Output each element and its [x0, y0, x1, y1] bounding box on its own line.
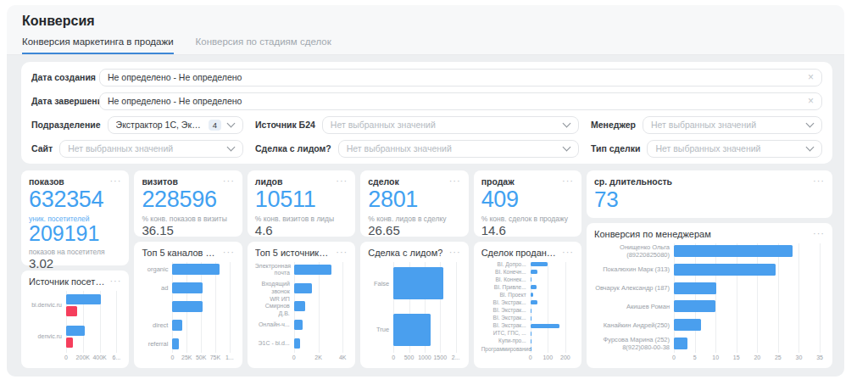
- bar-segment[interactable]: [66, 294, 101, 304]
- column-sales: продаж ··· 409 % конв. сделок в продажу …: [474, 170, 581, 368]
- clear-icon[interactable]: ×: [808, 96, 814, 106]
- bar-segment[interactable]: [294, 320, 303, 330]
- category-label: BI. Проект: [481, 292, 531, 299]
- card-menu-icon[interactable]: ···: [109, 176, 121, 186]
- deal-type-select[interactable]: Нет выбранных значений: [647, 140, 822, 158]
- bar-segment[interactable]: [294, 301, 305, 311]
- chart-row: Фурсова Марина (252) 8(922)080-00-38: [594, 334, 820, 353]
- bar-segment[interactable]: [674, 245, 793, 257]
- bar-segment[interactable]: [172, 264, 219, 275]
- category-label: Канайкин Андрей(250): [594, 321, 674, 329]
- gridline: [342, 262, 343, 353]
- bar-segment[interactable]: [66, 326, 85, 336]
- clear-icon[interactable]: ×: [808, 72, 814, 82]
- bar-segment[interactable]: [531, 262, 548, 266]
- chart-row: Программирование: [481, 345, 569, 353]
- kpi-deals-conv-label: % конв. лидов в сделку: [368, 215, 460, 223]
- bar-segment[interactable]: [172, 282, 203, 293]
- division-value: Экстрактор 1С, Экстрактор 1С - внедрение…: [116, 120, 203, 130]
- card-menu-icon[interactable]: ···: [223, 248, 235, 257]
- date-completed-label: Дата завершения: [31, 96, 91, 106]
- kpi-impr-per-visitor-label: показов на посетителя: [29, 248, 121, 256]
- bar-segment[interactable]: [172, 320, 181, 331]
- category-label: Покалюхин Марк (313): [594, 265, 674, 273]
- category-label: BI. Коннек...: [481, 276, 531, 283]
- axis-tick-label: 0: [392, 354, 395, 360]
- deal-type-label: Тип сделки: [591, 143, 640, 153]
- chevron-down-icon: [227, 120, 236, 128]
- chart-plot-area: BI. Допро...BI. Конечн...BI. Коннек...BI…: [481, 260, 574, 353]
- bar-segment[interactable]: [531, 293, 533, 297]
- chart-card-visitor-source: Источник посетителей ··· bi.denvic.ruden…: [21, 271, 129, 368]
- top5-lead-sources-chart: Электронная почтаВходящий звонокWR ИП См…: [255, 260, 348, 362]
- chart-row: BI. Экстрак...: [481, 299, 569, 306]
- axis-tick-label: 4K: [339, 354, 347, 360]
- top5-visit-channels-chart: organicaddirectreferral025K50K75K1...: [142, 260, 234, 362]
- deal-with-lead-select[interactable]: Нет выбранных значений: [338, 140, 579, 158]
- bar-segment[interactable]: [674, 300, 715, 312]
- manager-select[interactable]: Нет выбранных значений: [643, 116, 822, 134]
- axis-tick-label: 0: [529, 354, 532, 360]
- card-menu-icon[interactable]: ···: [449, 176, 461, 186]
- tab-marketing-conversion[interactable]: Конверсия маркетинга в продажи: [22, 36, 174, 54]
- bar-segment[interactable]: [531, 300, 537, 304]
- bar-segment[interactable]: [674, 264, 776, 276]
- bar-group: [66, 326, 116, 348]
- card-menu-icon[interactable]: ···: [449, 248, 461, 257]
- bar-segment[interactable]: [172, 301, 203, 312]
- bar-segment[interactable]: [531, 285, 537, 289]
- kpi-card-visits: визитов ··· 228596 % конв. показов в виз…: [134, 170, 242, 237]
- kpi-visits-value: 228596: [142, 188, 234, 211]
- chart-row: direct: [142, 315, 229, 334]
- bar-segment[interactable]: [393, 314, 431, 346]
- bar-segment[interactable]: [294, 265, 331, 275]
- axis-tick-label: 2K: [314, 354, 322, 360]
- bar-segment[interactable]: [66, 306, 77, 316]
- date-created-input[interactable]: Не определено - Не определено ×: [99, 69, 822, 86]
- card-menu-icon[interactable]: ···: [813, 229, 825, 238]
- kpi-visits-label: визитов: [142, 176, 177, 187]
- bar-segment[interactable]: [294, 338, 300, 349]
- chart-row: ИТС, ГПС, ...: [481, 330, 569, 338]
- bar-group: [531, 309, 569, 313]
- main-area: Дата создания Не определено - Не определ…: [7, 55, 844, 377]
- card-menu-icon[interactable]: ···: [813, 176, 825, 186]
- category-label: Акишев Роман: [594, 303, 674, 310]
- source-b24-label: Источник Б24: [255, 120, 315, 130]
- gridline: [230, 262, 231, 353]
- chart-row: Акишев Роман: [594, 297, 820, 315]
- axis-tick-label: 1...: [225, 354, 234, 360]
- bar-segment[interactable]: [674, 282, 716, 294]
- bar-segment[interactable]: [531, 270, 537, 274]
- chevron-down-icon: [563, 120, 571, 128]
- card-menu-icon[interactable]: ···: [109, 276, 121, 286]
- site-select[interactable]: Нет выбранных значений: [59, 140, 243, 158]
- card-menu-icon[interactable]: ···: [223, 176, 235, 186]
- bar-segment[interactable]: [172, 338, 179, 349]
- source-b24-select[interactable]: Нет выбранных значений: [322, 116, 579, 134]
- bar-segment[interactable]: [294, 283, 313, 293]
- chart-row: BI. Экстрак...: [481, 322, 569, 330]
- card-menu-icon[interactable]: ···: [562, 176, 574, 186]
- bar-group: [531, 293, 569, 297]
- card-menu-icon[interactable]: ···: [336, 248, 348, 257]
- bar-segment[interactable]: [531, 309, 531, 313]
- site-label: Сайт: [31, 143, 53, 153]
- axis-tick-label: 20: [754, 354, 760, 360]
- date-completed-input[interactable]: Не определено - Не определено ×: [99, 92, 822, 110]
- bar-segment[interactable]: [674, 338, 687, 349]
- page-header: Конверсия Конверсия маркетинга в продажи…: [7, 5, 844, 55]
- chart-row: Э1С - bi.d...: [255, 334, 342, 353]
- bar-group: [531, 324, 569, 328]
- kpi-visits-conv-label: % конв. показов в визиты: [142, 215, 234, 223]
- tab-deal-stage-conversion[interactable]: Конверсия по стадиям сделок: [196, 36, 331, 54]
- bar-segment[interactable]: [393, 267, 443, 299]
- card-menu-icon[interactable]: ···: [336, 176, 348, 186]
- axis-tick-label: 10: [712, 354, 719, 360]
- division-select[interactable]: Экстрактор 1С, Экстрактор 1С - внедрение…: [108, 116, 243, 134]
- axis-tick-label: 200K: [76, 354, 90, 360]
- bar-segment[interactable]: [674, 319, 701, 331]
- card-menu-icon[interactable]: ···: [562, 248, 574, 257]
- bar-segment[interactable]: [66, 338, 73, 348]
- bar-segment[interactable]: [531, 324, 559, 328]
